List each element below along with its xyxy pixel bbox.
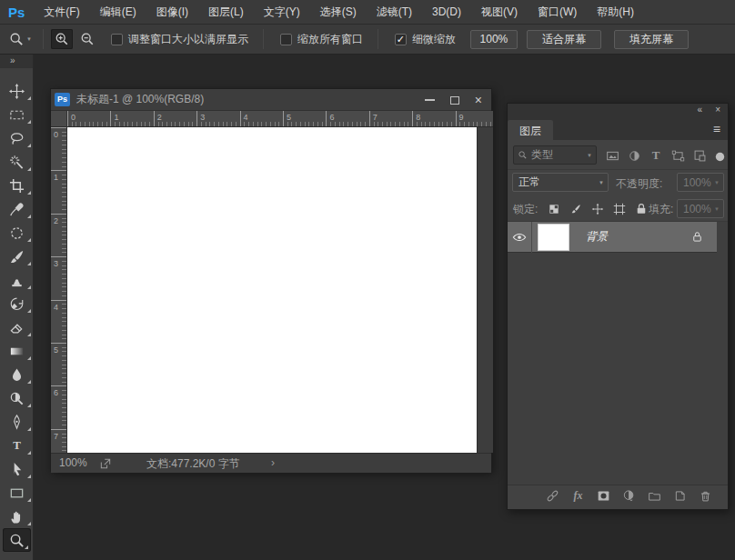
magic-wand-tool[interactable] bbox=[0, 150, 34, 174]
scrollbar-gutter[interactable] bbox=[477, 127, 493, 453]
vertical-ruler[interactable]: 01234567 bbox=[51, 127, 67, 453]
healing-brush-tool[interactable] bbox=[0, 221, 34, 245]
toolbar-collapse-button[interactable]: » bbox=[0, 55, 33, 68]
adjustment-layer-filter-icon[interactable] bbox=[626, 147, 642, 164]
ruler-h-label: 0 bbox=[71, 113, 76, 122]
menu-item-6[interactable]: 选择(S) bbox=[310, 0, 367, 25]
menu-item-9[interactable]: 视图(V) bbox=[471, 0, 528, 25]
pen-tool[interactable] bbox=[0, 410, 34, 434]
adjustment-layer-icon[interactable] bbox=[622, 489, 636, 504]
panel-menu-icon[interactable]: ≡ bbox=[713, 122, 720, 136]
lasso-tool[interactable] bbox=[0, 126, 34, 150]
checkbox-option-2[interactable]: 缩放所有窗口 bbox=[280, 32, 363, 47]
dodge-tool[interactable] bbox=[0, 386, 34, 410]
ruler-corner[interactable] bbox=[51, 111, 67, 127]
opacity-field[interactable]: 100% ▼ bbox=[677, 173, 724, 192]
marquee-tool[interactable] bbox=[0, 103, 34, 126]
layer-filter-type-dropdown[interactable]: 类型 ▼ bbox=[513, 145, 597, 165]
move-tool[interactable] bbox=[0, 79, 34, 103]
type-layer-filter-icon[interactable]: T bbox=[648, 147, 664, 164]
zoom-tool[interactable] bbox=[3, 528, 31, 552]
maximize-icon[interactable] bbox=[450, 96, 459, 105]
layer-group-icon[interactable] bbox=[648, 489, 661, 504]
zoom-out-button[interactable] bbox=[76, 29, 98, 49]
tool-preset-badge[interactable]: ▼ bbox=[0, 32, 37, 46]
menu-item-2[interactable]: 编辑(E) bbox=[90, 0, 146, 25]
hand-tool[interactable] bbox=[0, 505, 34, 528]
lock-pixels-icon[interactable] bbox=[568, 201, 584, 217]
zoom-tool-icon bbox=[9, 32, 24, 46]
divider bbox=[263, 29, 264, 49]
menu-item-10[interactable]: 窗口(W) bbox=[528, 0, 587, 25]
collapse-panel-icon[interactable]: « bbox=[698, 105, 703, 115]
layer-row[interactable]: 背景 bbox=[508, 222, 717, 253]
chevron-down-icon: ▼ bbox=[714, 180, 720, 185]
menu-bar: Ps 文件(F)编辑(E)图像(I)图层(L)文字(Y)选择(S)滤镜(T)3D… bbox=[0, 0, 735, 25]
path-select-tool[interactable] bbox=[0, 457, 34, 481]
crop-tool[interactable] bbox=[0, 174, 34, 197]
canvas[interactable] bbox=[67, 127, 477, 453]
shape-tool[interactable] bbox=[0, 481, 34, 505]
checkbox-option-1[interactable]: 调整窗口大小以满屏显示 bbox=[111, 32, 248, 47]
lock-position-icon[interactable] bbox=[589, 201, 606, 217]
tab-layers[interactable]: 图层 bbox=[508, 120, 553, 140]
minimize-icon[interactable] bbox=[425, 99, 435, 101]
fill-value: 100% bbox=[683, 203, 711, 215]
menu-item-1[interactable]: 文件(F) bbox=[34, 0, 89, 25]
layer-mask-icon[interactable] bbox=[597, 489, 610, 504]
clone-stamp-tool[interactable] bbox=[0, 268, 34, 292]
document-titlebar[interactable]: Ps 未标题-1 @ 100%(RGB/8) × bbox=[51, 89, 491, 111]
status-chevron-icon[interactable]: › bbox=[271, 456, 275, 469]
statusbar-zoom-field[interactable]: 100% bbox=[59, 456, 87, 469]
share-icon[interactable] bbox=[99, 457, 112, 470]
menu-item-11[interactable]: 帮助(H) bbox=[587, 0, 644, 25]
menu-item-8[interactable]: 3D(D) bbox=[422, 0, 471, 25]
layer-list: 背景 bbox=[508, 222, 728, 487]
filter-toggle-icon[interactable] bbox=[711, 148, 728, 165]
layer-lock-icon bbox=[690, 230, 704, 244]
menu-item-7[interactable]: 滤镜(T) bbox=[367, 0, 422, 25]
close-icon[interactable]: × bbox=[475, 94, 482, 106]
pixel-layer-filter-icon[interactable] bbox=[604, 147, 620, 164]
blend-mode-dropdown[interactable]: 正常 ▼ bbox=[512, 173, 609, 192]
fit-screen-button[interactable]: 适合屏幕 bbox=[527, 30, 601, 49]
layer-thumbnail[interactable] bbox=[538, 224, 569, 251]
checkbox-option-3[interactable]: ✓细微缩放 bbox=[395, 32, 456, 47]
history-brush-tool[interactable] bbox=[0, 292, 34, 315]
zoom-in-button[interactable] bbox=[51, 29, 73, 49]
checkbox-icon[interactable]: ✓ bbox=[395, 34, 407, 45]
eyedropper-tool[interactable] bbox=[0, 197, 34, 221]
flyout-triangle-icon bbox=[27, 522, 31, 525]
layer-effects-icon[interactable]: fx bbox=[571, 489, 585, 504]
lock-artboard-icon[interactable] bbox=[611, 201, 628, 217]
checkbox-icon[interactable] bbox=[280, 34, 292, 45]
fill-field[interactable]: 100% ▼ bbox=[677, 199, 724, 218]
eraser-tool[interactable] bbox=[0, 315, 34, 339]
ruler-h-label: 1 bbox=[114, 113, 118, 122]
type-tool[interactable]: T bbox=[0, 434, 34, 457]
smart-object-filter-icon[interactable] bbox=[691, 147, 708, 164]
zoom-options: 调整窗口大小以满屏显示缩放所有窗口✓细微缩放 bbox=[100, 29, 465, 49]
lock-transparency-icon[interactable] bbox=[546, 201, 562, 217]
new-layer-icon[interactable] bbox=[673, 489, 687, 504]
close-panel-icon[interactable]: × bbox=[715, 105, 720, 115]
menu-item-4[interactable]: 图层(L) bbox=[198, 0, 254, 25]
horizontal-ruler[interactable]: 0123456789 bbox=[67, 111, 493, 127]
gradient-tool[interactable] bbox=[0, 339, 34, 363]
menu-item-3[interactable]: 图像(I) bbox=[146, 0, 198, 25]
ruler-h-label: 5 bbox=[287, 113, 291, 122]
document-size-info[interactable]: 文档:477.2K/0 字节 bbox=[146, 456, 240, 472]
layer-visibility-toggle[interactable] bbox=[508, 222, 532, 253]
lock-all-icon[interactable] bbox=[633, 201, 649, 217]
checkbox-icon[interactable] bbox=[111, 34, 123, 45]
app-logo: Ps bbox=[0, 5, 34, 20]
fill-screen-button[interactable]: 填充屏幕 bbox=[614, 30, 689, 49]
link-layers-icon[interactable] bbox=[546, 489, 559, 504]
flyout-triangle-icon bbox=[27, 215, 31, 218]
blur-tool[interactable] bbox=[0, 363, 34, 386]
delete-layer-icon[interactable] bbox=[699, 489, 712, 504]
menu-item-5[interactable]: 文字(Y) bbox=[254, 0, 310, 25]
zoom-level-field[interactable]: 100% bbox=[470, 30, 518, 49]
shape-layer-filter-icon[interactable] bbox=[670, 147, 686, 164]
brush-tool[interactable] bbox=[0, 245, 34, 268]
